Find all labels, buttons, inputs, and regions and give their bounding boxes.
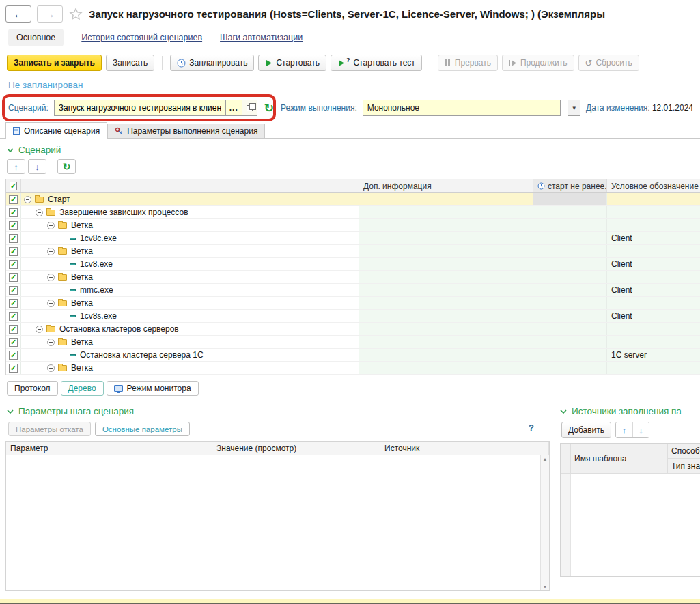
cell-start bbox=[533, 271, 607, 283]
header-unit-column[interactable]: Условное обозначение ед... bbox=[607, 179, 700, 192]
table-row[interactable]: Ветка bbox=[6, 245, 700, 258]
header-value-column[interactable]: Значение (просмотр) bbox=[212, 442, 380, 455]
row-checkbox[interactable] bbox=[9, 195, 18, 204]
row-checkbox[interactable] bbox=[9, 338, 18, 347]
header-checkbox-column[interactable] bbox=[6, 179, 21, 192]
node-label: Старт bbox=[48, 195, 70, 204]
row-checkbox[interactable] bbox=[9, 273, 18, 282]
header-type-column[interactable]: Тип знач bbox=[668, 459, 700, 474]
collapse-icon[interactable] bbox=[36, 209, 43, 216]
collapse-icon[interactable] bbox=[36, 326, 43, 333]
header-tree-column[interactable] bbox=[21, 179, 359, 192]
header-template-column[interactable]: Имя шаблона bbox=[571, 444, 668, 474]
step-params-section-header[interactable]: Параметры шага сценария bbox=[0, 400, 553, 420]
collapse-icon[interactable] bbox=[47, 364, 55, 372]
move-down-button[interactable]: ↓ bbox=[28, 159, 46, 174]
tab-main-section[interactable]: Основное bbox=[8, 29, 64, 46]
collapse-icon[interactable] bbox=[47, 339, 55, 346]
table-row[interactable]: Ветка bbox=[6, 219, 700, 232]
protocol-button[interactable]: Протокол bbox=[7, 381, 58, 396]
table-row[interactable]: Остановка кластеров серверов bbox=[6, 323, 700, 336]
open-button[interactable] bbox=[242, 100, 257, 115]
sources-section-header[interactable]: Источники заполнения па bbox=[559, 400, 700, 420]
row-checkbox[interactable] bbox=[9, 234, 18, 243]
table-row[interactable]: Ветка bbox=[6, 271, 700, 284]
row-checkbox[interactable] bbox=[9, 364, 18, 373]
vertical-scrollbar[interactable]: ▲▼ bbox=[540, 455, 549, 590]
cell-info bbox=[359, 271, 533, 283]
move-up-button[interactable]: ↑ bbox=[616, 422, 632, 437]
move-down-button[interactable]: ↓ bbox=[632, 422, 649, 437]
reset-button[interactable]: ↺ Сбросить bbox=[578, 55, 639, 71]
table-row[interactable]: Старт bbox=[6, 193, 700, 206]
collapse-icon[interactable] bbox=[47, 248, 55, 255]
add-button[interactable]: Добавить bbox=[561, 422, 611, 438]
node-label: Ветка bbox=[71, 298, 93, 308]
tree-view-button[interactable]: Дерево bbox=[61, 381, 104, 396]
tab-main-params[interactable]: Основные параметры bbox=[95, 422, 190, 436]
scenario-section-header[interactable]: Сценарий bbox=[0, 139, 700, 159]
monitor-mode-button[interactable]: Режим монитора bbox=[107, 381, 199, 396]
row-checkbox[interactable] bbox=[9, 260, 18, 269]
tab-rollback-params[interactable]: Параметры отката bbox=[8, 422, 91, 436]
header-corner-cell bbox=[561, 444, 571, 474]
mode-combobox[interactable]: Монопольное bbox=[363, 100, 561, 116]
start-label: Стартовать bbox=[276, 58, 320, 68]
refresh-icon[interactable]: ↻ bbox=[264, 102, 274, 114]
collapse-icon[interactable] bbox=[47, 274, 55, 281]
resume-button[interactable]: Продолжить bbox=[502, 55, 574, 71]
row-checkbox[interactable] bbox=[9, 312, 18, 321]
header-parameter-column[interactable]: Параметр bbox=[6, 442, 212, 455]
scenario-input[interactable] bbox=[55, 100, 225, 115]
table-row[interactable]: Завершение зависших процессов bbox=[6, 206, 700, 219]
tab-scenario-description[interactable]: Описание сценария bbox=[5, 122, 107, 139]
collapse-icon[interactable] bbox=[47, 222, 55, 229]
header-method-column[interactable]: Способ з bbox=[668, 444, 700, 459]
back-button[interactable]: ← bbox=[5, 5, 31, 23]
tab-execution-parameters[interactable]: Параметры выполнения сценария bbox=[107, 124, 265, 138]
table-row[interactable]: Ветка bbox=[6, 336, 700, 349]
table-row[interactable]: Ветка bbox=[6, 297, 700, 310]
save-button[interactable]: Записать bbox=[106, 55, 154, 71]
cell-unit: Client bbox=[607, 232, 700, 244]
header-source-column[interactable]: Источник bbox=[380, 442, 549, 455]
step-params-body: ▲▼ bbox=[6, 455, 549, 590]
node-icon bbox=[70, 315, 76, 317]
choose-button[interactable]: ... bbox=[225, 100, 242, 115]
schedule-button[interactable]: Запланировать bbox=[170, 55, 254, 71]
node-icon bbox=[58, 365, 67, 371]
row-checkbox[interactable] bbox=[9, 351, 18, 360]
link-scenario-history[interactable]: История состояний сценариев bbox=[81, 33, 202, 42]
table-row[interactable]: 1cv8s.exe Client bbox=[6, 310, 700, 323]
row-checkbox[interactable] bbox=[9, 325, 18, 334]
node-icon bbox=[70, 289, 76, 291]
undo-icon: ↺ bbox=[585, 58, 593, 68]
row-checkbox[interactable] bbox=[9, 286, 18, 295]
row-checkbox[interactable] bbox=[9, 221, 18, 230]
refresh-tree-button[interactable]: ↻ bbox=[57, 159, 76, 174]
move-up-button[interactable]: ↑ bbox=[7, 159, 25, 174]
forward-button[interactable]: → bbox=[37, 5, 63, 23]
start-test-button[interactable]: ? Стартовать тест bbox=[331, 55, 422, 71]
cell-info bbox=[359, 284, 533, 296]
table-row[interactable]: 1cv8c.exe Client bbox=[6, 232, 700, 245]
interrupt-button[interactable]: Прервать bbox=[438, 55, 498, 71]
row-checkbox[interactable] bbox=[9, 247, 18, 256]
header-info-column[interactable]: Доп. информация bbox=[359, 179, 533, 192]
table-row[interactable]: 1cv8.exe Client bbox=[6, 258, 700, 271]
save-close-button[interactable]: Записать и закрыть bbox=[7, 55, 102, 71]
favorite-star-icon[interactable] bbox=[68, 7, 83, 22]
table-row[interactable]: mmc.exe Client bbox=[6, 284, 700, 297]
link-automation-steps[interactable]: Шаги автоматизации bbox=[220, 33, 303, 42]
collapse-icon[interactable] bbox=[24, 196, 31, 203]
help-link[interactable]: ? bbox=[529, 422, 534, 433]
row-checkbox[interactable] bbox=[9, 208, 18, 217]
row-checkbox[interactable] bbox=[9, 299, 18, 308]
table-row[interactable]: Ветка bbox=[6, 362, 700, 375]
header-start-column[interactable]: старт не ранее... bbox=[533, 179, 607, 192]
cell-unit bbox=[607, 206, 700, 218]
collapse-icon[interactable] bbox=[47, 300, 55, 307]
table-row[interactable]: Остановка кластера сервера 1С 1C server bbox=[6, 349, 700, 362]
dropdown-button[interactable]: ▼ bbox=[568, 100, 580, 116]
start-button[interactable]: Стартовать bbox=[258, 55, 326, 71]
